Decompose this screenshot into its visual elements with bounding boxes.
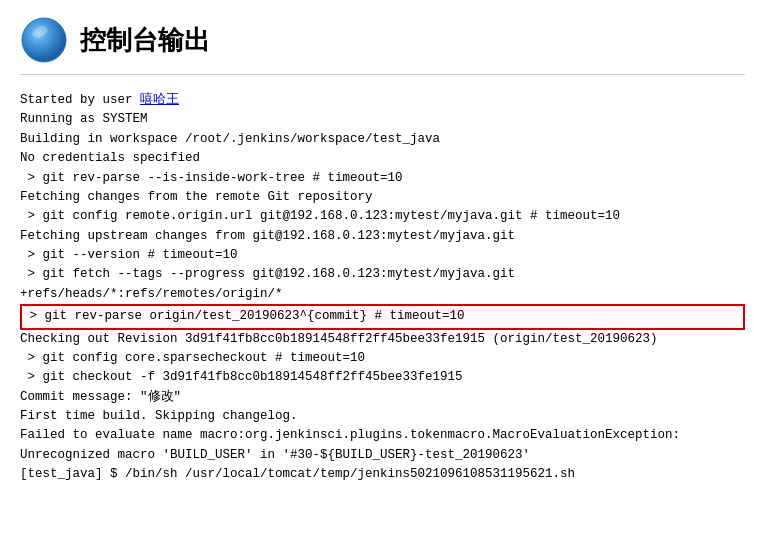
user-link[interactable]: 嘻哈王 — [140, 93, 179, 107]
line-cmd6: > git config core.sparsecheckout # timeo… — [20, 349, 745, 368]
svg-point-0 — [22, 18, 66, 62]
monitor-icon — [20, 16, 68, 64]
line-cmd2: > git config remote.origin.url git@192.1… — [20, 207, 745, 226]
main-container: 控制台输出 Started by user 嘻哈王 Running as SYS… — [0, 0, 765, 556]
line-started: Started by user 嘻哈王 — [20, 91, 745, 110]
console-output: Started by user 嘻哈王 Running as SYSTEM Bu… — [20, 91, 745, 485]
line-testjava: [test_java] $ /bin/sh /usr/local/tomcat/… — [20, 465, 745, 484]
line-running: Running as SYSTEM — [20, 110, 745, 129]
line-firsttime: First time build. Skipping changelog. — [20, 407, 745, 426]
line-cmd5-highlighted: > git rev-parse origin/test_20190623^{co… — [20, 304, 745, 329]
line-unrecognized: Unrecognized macro 'BUILD_USER' in '#30-… — [20, 446, 745, 465]
line-cmd4: > git fetch --tags --progress git@192.16… — [20, 265, 745, 284]
line-cmd4b: +refs/heads/*:refs/remotes/origin/* — [20, 285, 745, 304]
page-header: 控制台输出 — [20, 16, 745, 75]
line-cmd1: > git rev-parse --is-inside-work-tree # … — [20, 169, 745, 188]
line-checking: Checking out Revision 3d91f41fb8cc0b1891… — [20, 330, 745, 349]
line-nocreds: No credentials specified — [20, 149, 745, 168]
line-cmd3: > git --version # timeout=10 — [20, 246, 745, 265]
page-title: 控制台输出 — [80, 23, 210, 58]
line-building: Building in workspace /root/.jenkins/wor… — [20, 130, 745, 149]
line-cmd7: > git checkout -f 3d91f41fb8cc0b18914548… — [20, 368, 745, 387]
line-fetching2: Fetching upstream changes from git@192.1… — [20, 227, 745, 246]
line-commit: Commit message: "修改" — [20, 388, 745, 407]
line-fetching1: Fetching changes from the remote Git rep… — [20, 188, 745, 207]
line-failed: Failed to evaluate name macro:org.jenkin… — [20, 426, 745, 445]
